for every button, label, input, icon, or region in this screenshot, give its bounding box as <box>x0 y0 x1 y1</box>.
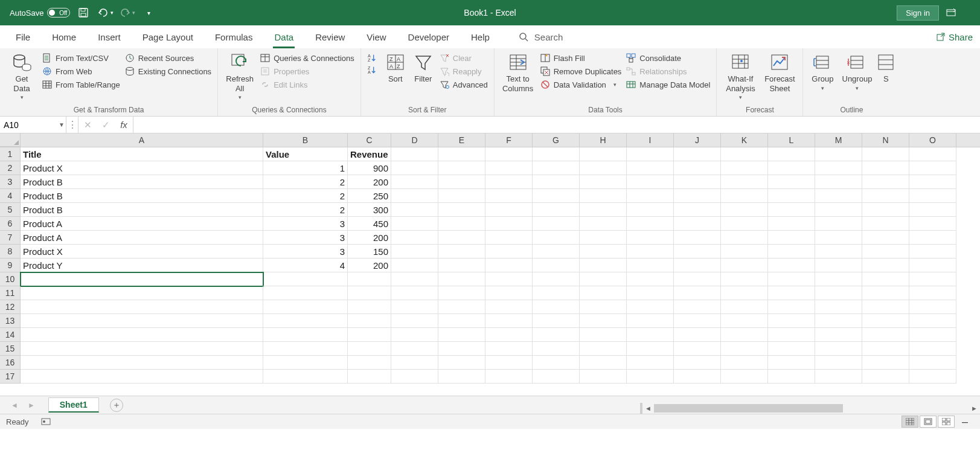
row-header[interactable]: 3 <box>0 175 21 189</box>
cell[interactable] <box>815 328 862 342</box>
cell[interactable] <box>580 342 627 356</box>
cell[interactable]: 200 <box>348 259 391 272</box>
cell[interactable]: 900 <box>348 161 391 175</box>
tab-page-layout[interactable]: Page Layout <box>132 25 204 48</box>
cell[interactable] <box>485 314 533 328</box>
cell[interactable] <box>815 356 862 370</box>
cell[interactable] <box>721 370 768 384</box>
cell[interactable] <box>580 314 627 328</box>
cell[interactable] <box>627 231 674 245</box>
column-header[interactable]: J <box>674 133 721 147</box>
cell[interactable] <box>815 189 862 203</box>
cell[interactable] <box>862 286 909 300</box>
cell[interactable]: Value <box>263 147 348 161</box>
scroll-left-icon[interactable]: ◄ <box>642 405 654 412</box>
cell[interactable] <box>674 245 721 259</box>
cell[interactable] <box>721 189 768 203</box>
row-header[interactable]: 16 <box>0 356 21 370</box>
new-sheet-button[interactable]: ＋ <box>110 399 123 412</box>
cell[interactable] <box>348 328 391 342</box>
cell[interactable] <box>815 314 862 328</box>
cell[interactable] <box>21 356 263 370</box>
cell[interactable] <box>909 203 956 217</box>
cell[interactable] <box>391 175 438 189</box>
cell[interactable] <box>580 147 627 161</box>
cell[interactable] <box>862 370 909 384</box>
cell[interactable]: Product X <box>21 161 263 175</box>
cell[interactable] <box>438 231 485 245</box>
cell[interactable] <box>909 370 956 384</box>
cell[interactable] <box>674 272 721 286</box>
cell[interactable] <box>721 147 768 161</box>
cell[interactable] <box>815 161 862 175</box>
cell[interactable] <box>21 286 263 300</box>
cell[interactable]: 4 <box>263 259 348 272</box>
cell[interactable] <box>815 342 862 356</box>
cell[interactable] <box>485 231 533 245</box>
cell[interactable] <box>263 300 348 314</box>
chevron-down-icon[interactable]: ▼ <box>59 121 65 128</box>
cell[interactable] <box>768 175 815 189</box>
cell[interactable]: Title <box>21 147 263 161</box>
cell[interactable] <box>815 286 862 300</box>
cell[interactable] <box>533 356 580 370</box>
cell[interactable] <box>909 342 956 356</box>
cell[interactable] <box>768 147 815 161</box>
cell[interactable] <box>438 245 485 259</box>
undo-icon[interactable]: ▾ <box>97 4 114 21</box>
cell[interactable] <box>391 147 438 161</box>
cell[interactable] <box>580 272 627 286</box>
row-header[interactable]: 5 <box>0 203 21 217</box>
cell[interactable] <box>674 314 721 328</box>
cell[interactable] <box>533 217 580 231</box>
cell[interactable] <box>862 217 909 231</box>
data-validation-button[interactable]: Data Validation▾ <box>539 79 623 90</box>
cell[interactable] <box>768 342 815 356</box>
row-header[interactable]: 6 <box>0 217 21 231</box>
cell[interactable] <box>768 370 815 384</box>
column-header[interactable]: F <box>485 133 533 147</box>
cell[interactable] <box>909 189 956 203</box>
zoom-out-button[interactable]: – <box>956 416 974 428</box>
cell[interactable] <box>768 231 815 245</box>
cell[interactable]: 1 <box>263 161 348 175</box>
cell[interactable] <box>438 147 485 161</box>
cell[interactable] <box>627 259 674 272</box>
consolidate-button[interactable]: Consolidate <box>625 53 711 63</box>
qat-customize-icon[interactable]: ▾ <box>140 4 157 21</box>
cell[interactable] <box>627 300 674 314</box>
normal-view-button[interactable] <box>902 416 918 428</box>
cell[interactable] <box>815 217 862 231</box>
column-header[interactable]: L <box>768 133 815 147</box>
cell[interactable] <box>627 356 674 370</box>
cell[interactable] <box>721 314 768 328</box>
cell[interactable] <box>21 300 263 314</box>
cell[interactable] <box>815 300 862 314</box>
cell[interactable]: 200 <box>348 175 391 189</box>
cell[interactable] <box>391 370 438 384</box>
cell[interactable] <box>21 328 263 342</box>
cell[interactable] <box>348 356 391 370</box>
cell[interactable] <box>862 314 909 328</box>
cell[interactable] <box>909 161 956 175</box>
cell[interactable] <box>721 245 768 259</box>
cell[interactable] <box>862 147 909 161</box>
row-header[interactable]: 9 <box>0 259 21 272</box>
cell[interactable]: Product B <box>21 175 263 189</box>
row-header[interactable]: 13 <box>0 314 21 328</box>
name-box[interactable]: A10 ▼ <box>0 117 66 133</box>
cell[interactable] <box>263 342 348 356</box>
cell[interactable] <box>533 147 580 161</box>
cell[interactable] <box>263 370 348 384</box>
cell[interactable] <box>768 189 815 203</box>
cell[interactable] <box>485 245 533 259</box>
cell[interactable] <box>674 328 721 342</box>
row-header[interactable]: 14 <box>0 328 21 342</box>
fx-icon[interactable]: fx <box>115 120 133 130</box>
cell[interactable] <box>862 272 909 286</box>
row-header[interactable]: 12 <box>0 300 21 314</box>
cell[interactable] <box>580 259 627 272</box>
cell[interactable] <box>438 161 485 175</box>
worksheet-grid[interactable]: ABCDEFGHIJKLMNO 1TitleValueRevenue2Produ… <box>0 133 980 396</box>
cell[interactable] <box>533 328 580 342</box>
